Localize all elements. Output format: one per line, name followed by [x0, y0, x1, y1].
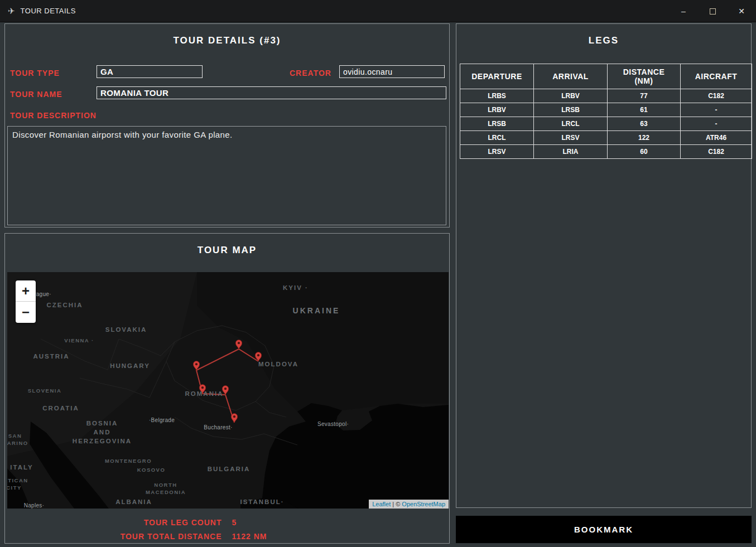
- legs-table-cell: 122: [608, 131, 681, 145]
- legs-column-header: DISTANCE (NM): [608, 64, 681, 89]
- legs-table-cell: -: [681, 103, 752, 117]
- map-marker-pin-icon[interactable]: [222, 386, 228, 395]
- tour-map-panel: TOUR MAP: [4, 233, 450, 544]
- zoom-out-button[interactable]: −: [16, 302, 36, 323]
- tour-type-input[interactable]: [97, 65, 203, 78]
- stat-row: TOUR TOTAL DISTANCE1122 NM: [7, 529, 446, 543]
- legs-table-cell: LRIA: [534, 145, 608, 159]
- legs-table-cell: LRSB: [534, 103, 608, 117]
- window-title: TOUR DETAILS: [21, 7, 76, 15]
- window-controls: – ✕: [669, 0, 756, 22]
- legs-table-cell: LRBS: [460, 89, 534, 103]
- map-canvas: [7, 272, 449, 509]
- legs-table: DEPARTUREARRIVALDISTANCE (NM)AIRCRAFT LR…: [460, 64, 752, 159]
- stat-label: TOUR LEG COUNT: [7, 518, 229, 527]
- legs-header-row: DEPARTUREARRIVALDISTANCE (NM)AIRCRAFT: [460, 64, 752, 89]
- stat-row: TOUR LEG COUNT5: [7, 515, 446, 529]
- minimize-icon: –: [681, 7, 686, 16]
- legs-column-header: ARRIVAL: [534, 64, 608, 89]
- legs-table-cell: LRSV: [460, 145, 534, 159]
- legs-table-row: LRBVLRSB61-: [460, 103, 752, 117]
- legs-table-cell: 77: [608, 89, 681, 103]
- legs-table-cell: 60: [608, 145, 681, 159]
- stat-label: TOUR TOTAL DISTANCE: [7, 532, 229, 541]
- legs-column-header: DEPARTURE: [460, 64, 534, 89]
- creator-input[interactable]: [339, 65, 445, 78]
- stat-value: 5: [229, 518, 447, 527]
- attribution-separator: | ©: [391, 501, 402, 507]
- map-marker-pin-icon[interactable]: [231, 414, 237, 423]
- app-window: ✈ TOUR DETAILS – ✕ TOUR DETAILS (#3) TOU…: [0, 0, 756, 547]
- leaflet-link[interactable]: Leaflet: [372, 501, 391, 507]
- legs-table-row: LRCLLRSV122ATR46: [460, 131, 752, 145]
- creator-label: CREATOR: [290, 69, 331, 78]
- legs-title: LEGS: [456, 35, 751, 46]
- tour-name-input[interactable]: [97, 86, 446, 99]
- legs-panel: LEGS DEPARTUREARRIVALDISTANCE (NM)AIRCRA…: [456, 23, 752, 508]
- tour-map[interactable]: Prague·KYIV ·CZECHIAUKRAINESLOVAKIAVIENN…: [7, 272, 449, 509]
- legs-table-cell: LRCL: [534, 117, 608, 131]
- tour-description-input[interactable]: Discover Romanian airporst with your fav…: [7, 126, 446, 225]
- minimize-button[interactable]: –: [669, 0, 698, 22]
- tour-type-label: TOUR TYPE: [10, 69, 60, 78]
- maximize-button[interactable]: [698, 0, 727, 22]
- route-layer: [193, 340, 261, 423]
- legs-table-cell: C182: [681, 145, 752, 159]
- legs-table-cell: LRBV: [460, 103, 534, 117]
- tour-stats: TOUR LEG COUNT5TOUR TOTAL DISTANCE1122 N…: [7, 515, 446, 543]
- bookmark-button[interactable]: BOOKMARK: [456, 516, 752, 543]
- legs-table-cell: LRSB: [460, 117, 534, 131]
- stat-value: 1122 NM: [229, 532, 447, 541]
- legs-table-cell: LRBV: [534, 89, 608, 103]
- zoom-in-button[interactable]: +: [16, 280, 36, 302]
- legs-table-cell: -: [681, 117, 752, 131]
- legs-table-row: LRBSLRBV77C182: [460, 89, 752, 103]
- close-icon: ✕: [738, 7, 745, 16]
- tour-details-title: TOUR DETAILS (#3): [5, 35, 449, 46]
- map-marker-pin-icon[interactable]: [199, 385, 205, 394]
- close-button[interactable]: ✕: [727, 0, 756, 22]
- legs-table-row: LRSVLRIA60C182: [460, 145, 752, 159]
- legs-column-header: AIRCRAFT: [681, 64, 752, 89]
- legs-table-cell: LRCL: [460, 131, 534, 145]
- map-zoom-control: + −: [16, 280, 36, 323]
- tour-route-line: [196, 349, 258, 423]
- maximize-icon: [710, 8, 716, 14]
- map-marker-pin-icon[interactable]: [235, 340, 242, 350]
- openstreetmap-link[interactable]: OpenStreetMap: [402, 501, 445, 507]
- airplane-icon: ✈: [8, 6, 15, 16]
- tour-map-title: TOUR MAP: [5, 245, 449, 256]
- legs-table-cell: ATR46: [681, 131, 752, 145]
- legs-table-cell: 63: [608, 117, 681, 131]
- tour-name-label: TOUR NAME: [10, 90, 62, 99]
- tour-details-panel: TOUR DETAILS (#3) TOUR TYPE CREATOR TOUR…: [4, 23, 450, 227]
- legs-table-cell: C182: [681, 89, 752, 103]
- tour-description-label: TOUR DESCRIPTION: [10, 111, 97, 120]
- legs-table-cell: 61: [608, 103, 681, 117]
- legs-table-body: LRBSLRBV77C182LRBVLRSB61-LRSBLRCL63-LRCL…: [460, 89, 752, 159]
- legs-table-row: LRSBLRCL63-: [460, 117, 752, 131]
- legs-table-cell: LRSV: [534, 131, 608, 145]
- titlebar: ✈ TOUR DETAILS – ✕: [0, 0, 756, 22]
- map-attribution: Leaflet | © OpenStreetMap: [369, 500, 449, 509]
